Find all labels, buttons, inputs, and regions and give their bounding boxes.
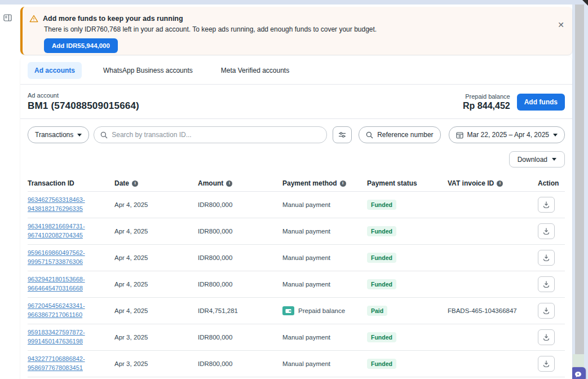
status-badge: Funded — [367, 332, 396, 342]
column-header: Payment method i — [282, 179, 367, 187]
column-header-label: Payment status — [367, 179, 417, 187]
amount-cell: IDR800,000 — [198, 201, 282, 208]
transaction-id-link[interactable]: 9634198216694731- 9674102082704345 — [28, 222, 114, 240]
date-cell: Apr 4, 2025 — [114, 281, 198, 288]
download-invoice-button[interactable] — [538, 356, 555, 372]
payment-method-label: Manual payment — [282, 254, 330, 261]
add-funds-amount-button[interactable]: Add IDR55,944,000 — [44, 38, 118, 53]
chevron-down-icon — [552, 158, 556, 161]
payment-status-cell: Paid — [367, 306, 448, 316]
low-funds-warning-banner: Add more funds to keep your ads running … — [20, 7, 572, 55]
column-header-label: Transaction ID — [28, 179, 74, 187]
payment-method-label: Manual payment — [282, 201, 330, 208]
transaction-id-link[interactable]: 9672045456243341- 9663867217061160 — [28, 302, 114, 320]
prepaid-wallet-icon — [282, 306, 294, 315]
download-invoice-button[interactable] — [538, 329, 555, 345]
banner-close-icon[interactable]: ✕ — [558, 20, 564, 29]
payment-method-cell: Manual payment — [282, 254, 367, 261]
table-row: 9632942180153668- 9664645470316668 Apr 4… — [28, 271, 565, 298]
date-cell: Apr 4, 2025 — [114, 307, 198, 314]
table-row: 9591833427597872- 9991450147636198 Apr 3… — [28, 324, 565, 351]
payment-status-cell: Funded — [367, 253, 448, 263]
table-row: 9596169860497562- 9995715733876306 Apr 4… — [28, 245, 565, 271]
action-cell — [538, 197, 567, 213]
account-header: Ad account BM1 (574088509015664) Prepaid… — [20, 85, 572, 119]
search-input[interactable] — [112, 131, 320, 139]
transaction-id-link[interactable]: 9634627563318463- 9438182176296335 — [28, 196, 114, 214]
column-header: Transaction ID i — [28, 179, 114, 187]
amount-cell: IDR800,000 — [198, 360, 282, 367]
transaction-id-link[interactable]: 9591833427597872- 9991450147636198 — [28, 328, 114, 346]
payment-status-cell: Funded — [367, 200, 448, 210]
payment-status-cell: Funded — [367, 226, 448, 236]
chat-support-button[interactable] — [571, 367, 586, 379]
column-header-label: Payment method — [282, 179, 337, 187]
download-dropdown-button[interactable]: Download — [509, 151, 565, 168]
download-invoice-button[interactable] — [538, 197, 555, 213]
calendar-icon — [456, 131, 463, 139]
info-icon[interactable]: i — [340, 180, 346, 187]
vat-invoice-cell: FBADS-465-104366847 — [448, 307, 538, 314]
warning-triangle-icon — [29, 15, 38, 23]
download-invoice-button[interactable] — [538, 250, 555, 266]
action-cell — [538, 250, 567, 266]
action-cell — [538, 356, 567, 372]
transaction-type-label: Transactions — [35, 131, 73, 139]
sidebar-toggle-button[interactable] — [1, 11, 14, 24]
vertical-scrollbar[interactable] — [575, 5, 584, 354]
payment-status-cell: Funded — [367, 332, 448, 342]
transaction-id-link[interactable]: 9432277106886842- 9586977678083451 — [28, 355, 114, 373]
payment-method-cell: Manual payment — [282, 228, 367, 235]
reference-number-button[interactable]: Reference number — [359, 126, 440, 143]
payment-method-label: Manual payment — [282, 334, 330, 341]
column-header: Date i — [114, 179, 198, 187]
left-rail — [0, 5, 17, 379]
action-cell — [538, 223, 567, 239]
date-cell: Apr 3, 2025 — [114, 334, 198, 341]
status-badge: Funded — [367, 359, 396, 369]
date-range-picker[interactable]: Mar 22, 2025 – Apr 4, 2025 — [449, 126, 565, 143]
table-row: 9432277106886842- 9586977678083451 Apr 3… — [28, 351, 565, 377]
table-row: 9634627563318463- 9438182176296335 Apr 4… — [28, 192, 565, 218]
chevron-down-icon — [553, 134, 558, 136]
action-cell — [538, 303, 567, 319]
account-name: BM1 (574088509015664) — [28, 100, 139, 112]
table-header: Transaction ID i Date i Amount i Payment… — [28, 175, 565, 192]
info-icon[interactable]: i — [132, 180, 138, 187]
column-header: VAT invoice ID i — [448, 179, 538, 187]
info-icon[interactable]: i — [226, 180, 232, 187]
filter-sliders-button[interactable] — [333, 126, 352, 143]
top-strip — [0, 0, 588, 5]
download-invoice-button[interactable] — [538, 303, 555, 319]
banner-title: Add more funds to keep your ads running — [43, 15, 183, 23]
info-icon[interactable]: i — [497, 180, 503, 187]
chevron-down-icon — [77, 134, 82, 136]
download-invoice-button[interactable] — [538, 223, 555, 239]
payment-status-cell: Funded — [367, 279, 448, 289]
tab[interactable]: WhatsApp Business accounts — [96, 62, 200, 79]
amount-cell: IDR800,000 — [198, 228, 282, 235]
tab[interactable]: Ad accounts — [28, 62, 82, 79]
scroll-corner-arrow-icon — [582, 0, 588, 6]
payment-method-label: Manual payment — [282, 228, 330, 235]
table-row: 9672045456243341- 9663867217061160 Apr 4… — [28, 298, 565, 324]
column-header-label: VAT invoice ID — [448, 179, 494, 187]
tab[interactable]: Meta Verified accounts — [214, 62, 296, 79]
prepaid-balance-value: Rp 844,452 — [463, 101, 510, 111]
table-row: 9634198216694731- 9674102082704345 Apr 4… — [28, 218, 565, 245]
date-cell: Apr 4, 2025 — [114, 254, 198, 261]
banner-body-text: There is only IDR760,768 left in your ad… — [44, 25, 564, 33]
date-cell: Apr 4, 2025 — [114, 228, 198, 235]
chat-bubble-icon — [574, 371, 582, 378]
status-badge: Paid — [367, 306, 387, 316]
transaction-id-link[interactable]: 9632942180153668- 9664645470316668 — [28, 275, 114, 293]
transaction-type-dropdown[interactable]: Transactions — [28, 126, 89, 143]
amount-cell: IDR800,000 — [198, 334, 282, 341]
search-box[interactable] — [94, 126, 327, 143]
download-invoice-button[interactable] — [538, 276, 555, 292]
column-header-label: Date — [114, 179, 129, 187]
transaction-id-link[interactable]: 9596169860497562- 9995715733876306 — [28, 249, 114, 267]
add-funds-button[interactable]: Add funds — [517, 94, 565, 111]
table-body: 9634627563318463- 9438182176296335 Apr 4… — [28, 192, 565, 377]
payment-method-label: Prepaid balance — [298, 307, 345, 314]
